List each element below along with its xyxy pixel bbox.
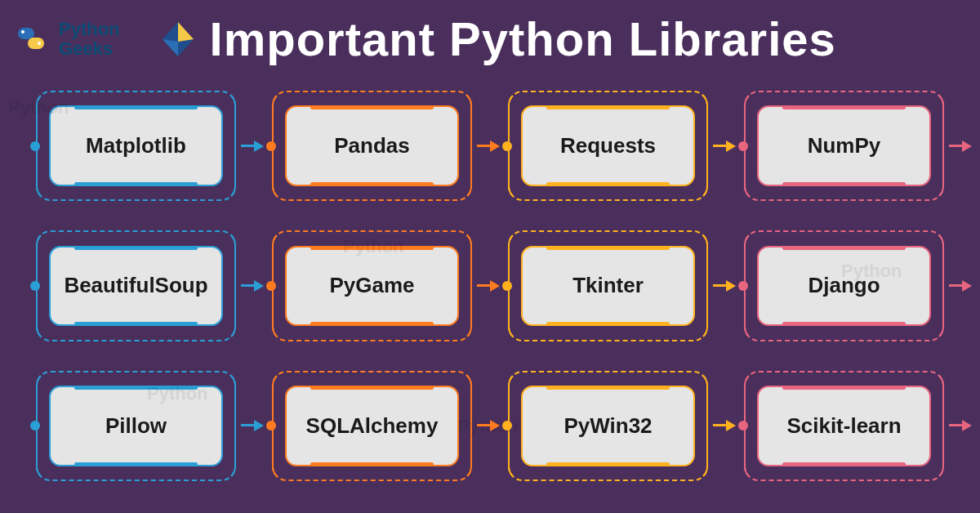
arrow-right-icon xyxy=(254,141,264,152)
library-grid: Matplotlib Pandas Requests NumPy xyxy=(0,73,980,506)
arrow-right-icon xyxy=(490,280,500,292)
library-label: PyGame xyxy=(329,273,414,298)
library-cell: PyGame xyxy=(272,230,472,341)
library-cell: Requests xyxy=(508,91,708,201)
svg-rect-0 xyxy=(18,28,34,39)
connector-dot-icon xyxy=(502,281,512,291)
library-card-numpy: NumPy xyxy=(757,105,931,186)
library-cell: Django xyxy=(744,230,944,341)
library-label: NumPy xyxy=(808,133,881,158)
connector-dot-icon xyxy=(502,421,512,430)
library-label: SQLAlchemy xyxy=(306,413,439,439)
connector-dot-icon xyxy=(738,141,748,151)
svg-marker-6 xyxy=(163,39,178,56)
connector-dot-icon xyxy=(738,421,748,430)
library-label: Pillow xyxy=(105,413,167,439)
library-card-pywin32: PyWin32 xyxy=(521,386,695,466)
library-cell: Scikit-learn xyxy=(744,371,944,481)
arrow-right-icon xyxy=(490,141,500,152)
connector-dot-icon xyxy=(30,421,40,430)
library-cell: Matplotlib xyxy=(36,91,236,201)
library-label: Requests xyxy=(560,133,656,158)
svg-point-2 xyxy=(21,30,24,33)
arrow-right-icon xyxy=(726,420,736,431)
brand-line-2: Geeks xyxy=(59,39,120,58)
library-label: Scikit-learn xyxy=(786,413,901,439)
connector-dot-icon xyxy=(738,281,748,291)
library-cell: Pandas xyxy=(272,91,472,201)
library-card-sqlalchemy: SQLAlchemy xyxy=(285,386,459,466)
arrow-right-icon xyxy=(962,420,972,431)
library-cell: SQLAlchemy xyxy=(272,371,472,481)
svg-marker-5 xyxy=(178,22,194,42)
python-geeks-logo-icon xyxy=(16,23,52,56)
brand-text: Python Geeks xyxy=(59,20,120,57)
library-label: BeautifulSoup xyxy=(64,273,207,298)
arrow-right-icon xyxy=(726,141,736,152)
library-card-beautifulsoup: BeautifulSoup xyxy=(49,246,223,327)
title-wrap: Important Python Libraries xyxy=(158,11,836,66)
arrow-right-icon xyxy=(490,420,500,431)
library-card-requests: Requests xyxy=(521,105,695,186)
connector-dot-icon xyxy=(30,281,40,291)
connector-dot-icon xyxy=(502,141,512,151)
brand-block: Python Geeks xyxy=(16,20,120,57)
connector-dot-icon xyxy=(30,141,40,151)
library-card-pillow: Pillow xyxy=(49,386,223,466)
library-label: Matplotlib xyxy=(86,133,186,158)
arrow-right-icon xyxy=(254,280,264,292)
library-label: Tkinter xyxy=(572,273,644,298)
arrow-right-icon xyxy=(962,141,972,152)
library-cell: BeautifulSoup xyxy=(36,230,236,341)
page-title: Important Python Libraries xyxy=(210,11,836,66)
arrow-right-icon xyxy=(726,280,736,292)
arrow-right-icon xyxy=(254,420,264,431)
library-label: PyWin32 xyxy=(564,413,652,439)
arrow-right-icon xyxy=(962,280,972,292)
library-card-pygame: PyGame xyxy=(285,246,459,327)
brand-line-1: Python xyxy=(59,20,120,38)
library-card-pandas: Pandas xyxy=(285,105,459,186)
library-cell: PyWin32 xyxy=(508,371,708,481)
library-cell: NumPy xyxy=(744,91,944,201)
library-card-matplotlib: Matplotlib xyxy=(49,105,223,186)
library-cell: Pillow xyxy=(36,371,236,481)
header: Python Geeks Important Python Libraries xyxy=(0,0,980,73)
library-label: Django xyxy=(808,273,880,298)
diamond-logo-icon xyxy=(158,19,198,60)
library-card-scikit-learn: Scikit-learn xyxy=(757,386,931,466)
svg-point-3 xyxy=(38,42,41,45)
library-cell: Tkinter xyxy=(508,230,708,341)
connector-dot-icon xyxy=(266,281,276,291)
library-card-tkinter: Tkinter xyxy=(521,246,695,327)
svg-rect-1 xyxy=(28,38,44,49)
connector-dot-icon xyxy=(266,141,276,151)
library-card-django: Django xyxy=(757,246,931,327)
connector-dot-icon xyxy=(266,421,276,430)
library-label: Pandas xyxy=(334,133,410,158)
